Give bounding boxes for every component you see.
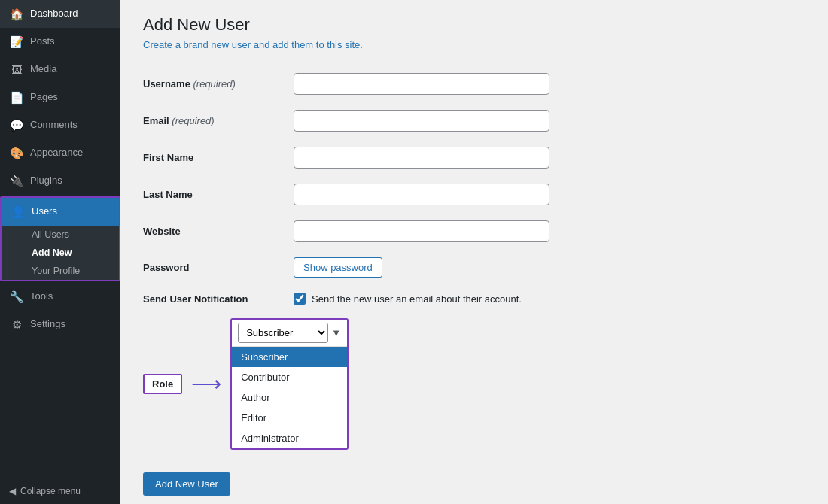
lastname-input[interactable] — [294, 184, 549, 205]
submenu-add-new[interactable]: Add New — [2, 244, 119, 262]
sidebar-item-label: Plugins — [30, 174, 62, 187]
settings-icon: ⚙ — [9, 317, 24, 332]
collapse-icon: ◀ — [9, 486, 16, 496]
role-label: Role — [143, 374, 182, 394]
submenu-your-profile[interactable]: Your Profile — [2, 262, 119, 280]
add-user-button-container: Add New User — [143, 465, 805, 496]
sidebar-item-label: Settings — [30, 317, 65, 331]
role-select[interactable]: Subscriber Contributor Author Editor Adm… — [238, 323, 328, 343]
dashboard-icon: 🏠 — [9, 6, 24, 22]
sidebar-item-media[interactable]: 🖼 Media — [0, 56, 120, 83]
password-label: Password — [143, 250, 294, 285]
sidebar-item-label: Users — [32, 205, 57, 218]
sidebar-item-label: Dashboard — [30, 7, 78, 20]
add-new-user-button[interactable]: Add New User — [143, 472, 230, 496]
email-label: Email (required) — [143, 102, 294, 139]
sidebar-item-comments[interactable]: 💬 Comments — [0, 111, 120, 139]
firstname-row: First Name — [143, 139, 805, 176]
dropdown-options-list: Subscriber Contributor Author Editor Adm… — [232, 347, 347, 448]
firstname-input[interactable] — [294, 147, 549, 169]
password-row: Password Show password — [143, 250, 805, 285]
media-icon: 🖼 — [9, 62, 24, 77]
sidebar-item-settings[interactable]: ⚙ Settings — [0, 311, 120, 339]
notification-row: Send User Notification Send the new user… — [143, 285, 805, 312]
notification-text: Send the new user an email about their a… — [312, 293, 522, 305]
sidebar-item-label: Tools — [30, 290, 53, 303]
collapse-menu[interactable]: ◀ Collapse menu — [0, 478, 120, 504]
notification-label: Send User Notification — [143, 285, 294, 312]
sidebar: 🏠 Dashboard 📝 Posts 🖼 Media 📄 Pages 💬 Co… — [0, 0, 120, 504]
sidebar-item-tools[interactable]: 🔧 Tools — [0, 283, 120, 311]
sidebar-item-appearance[interactable]: 🎨 Appearance — [0, 139, 120, 167]
tools-icon: 🔧 — [9, 289, 24, 305]
page-title: Add New User — [143, 15, 805, 35]
website-input[interactable] — [294, 220, 549, 242]
role-row: Role ⟶ Subscriber Contributor Author Edi… — [143, 318, 805, 450]
email-input[interactable] — [294, 110, 549, 132]
sidebar-item-users[interactable]: 👤 Users — [2, 198, 119, 226]
sidebar-item-label: Media — [30, 62, 56, 76]
website-row: Website — [143, 213, 805, 250]
role-select-row: Subscriber Contributor Author Editor Adm… — [232, 320, 347, 347]
lastname-label: Last Name — [143, 176, 294, 213]
sidebar-item-posts[interactable]: 📝 Posts — [0, 28, 120, 56]
add-user-form: Username (required) Email (required) Fir… — [143, 65, 805, 312]
main-content: Add New User Create a brand new user and… — [120, 0, 828, 504]
users-submenu: All Users Add New Your Profile — [2, 226, 119, 280]
firstname-label: First Name — [143, 139, 294, 176]
notification-container: Send the new user an email about their a… — [294, 293, 805, 305]
appearance-icon: 🎨 — [9, 145, 24, 161]
submenu-all-users[interactable]: All Users — [2, 226, 119, 244]
role-dropdown-container: Subscriber Contributor Author Editor Adm… — [230, 318, 349, 450]
dropdown-option-contributor[interactable]: Contributor — [232, 367, 347, 387]
collapse-label: Collapse menu — [20, 486, 81, 496]
sidebar-item-dashboard[interactable]: 🏠 Dashboard — [0, 0, 120, 28]
dropdown-chevron-icon: ▼ — [331, 327, 341, 339]
sidebar-item-label: Comments — [30, 118, 78, 132]
plugins-icon: 🔌 — [9, 173, 24, 189]
dropdown-option-editor[interactable]: Editor — [232, 408, 347, 428]
users-section: 👤 Users All Users Add New Your Profile — [0, 196, 120, 281]
dropdown-option-administrator[interactable]: Administrator — [232, 428, 347, 448]
posts-icon: 📝 — [9, 34, 24, 50]
sidebar-item-plugins[interactable]: 🔌 Plugins — [0, 167, 120, 195]
username-input[interactable] — [294, 73, 549, 95]
sidebar-item-pages[interactable]: 📄 Pages — [0, 83, 120, 111]
arrow-right-icon: ⟶ — [191, 372, 221, 396]
page-subtitle: Create a brand new user and add them to … — [143, 39, 805, 50]
comments-icon: 💬 — [9, 117, 24, 133]
dropdown-option-subscriber[interactable]: Subscriber — [232, 347, 347, 367]
sidebar-item-label: Appearance — [30, 146, 83, 159]
pages-icon: 📄 — [9, 90, 24, 105]
notification-checkbox[interactable] — [294, 293, 306, 305]
email-row: Email (required) — [143, 102, 805, 139]
dropdown-option-author[interactable]: Author — [232, 387, 347, 408]
users-icon: 👤 — [11, 204, 26, 220]
show-password-button[interactable]: Show password — [294, 257, 382, 278]
sidebar-item-label: Posts — [30, 35, 55, 48]
lastname-row: Last Name — [143, 176, 805, 213]
username-label: Username (required) — [143, 65, 294, 102]
sidebar-item-label: Pages — [30, 90, 58, 104]
website-label: Website — [143, 213, 294, 250]
username-row: Username (required) — [143, 65, 805, 102]
subtitle-text: Create a brand new user and add them to … — [143, 39, 363, 50]
